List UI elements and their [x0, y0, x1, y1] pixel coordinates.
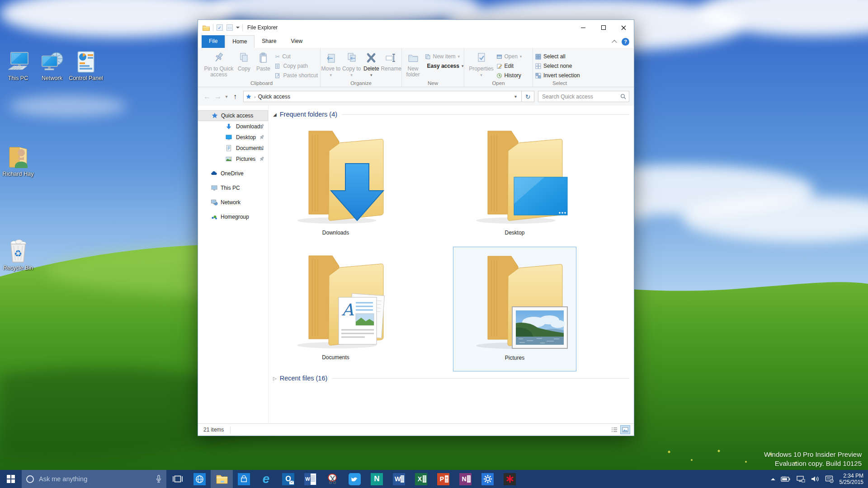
- minimize-ribbon-icon[interactable]: [612, 40, 617, 45]
- sidebar-item-network[interactable]: Network: [198, 197, 268, 208]
- desktop-icon-richard-hay[interactable]: Richard Hay: [0, 145, 37, 177]
- ribbon-group-new: New folder New item▾: [402, 48, 464, 87]
- qat-customize-icon[interactable]: [236, 27, 240, 28]
- address-dropdown-icon[interactable]: ▾: [512, 94, 519, 99]
- recent-files-header[interactable]: ▷ Recent files (16): [273, 373, 629, 383]
- action-center-icon[interactable]: [825, 475, 834, 483]
- qat-properties-button[interactable]: ✓: [216, 24, 223, 31]
- desktop-icon-this-pc[interactable]: This PC: [0, 50, 37, 81]
- desktop-icon-recycle-bin[interactable]: ♻ Recycle Bin: [0, 239, 37, 271]
- back-button[interactable]: ←: [202, 93, 212, 101]
- maximize-button[interactable]: [593, 20, 613, 35]
- network-icon[interactable]: [796, 475, 805, 483]
- taskbar-powerpoint-button[interactable]: P: [432, 470, 454, 488]
- taskbar-feedback-button[interactable]: [499, 470, 521, 488]
- app-folder-icon: [202, 24, 210, 31]
- breadcrumb[interactable]: › Quick access ▾: [243, 91, 522, 102]
- sidebar-item-documents[interactable]: Documents: [198, 143, 268, 154]
- details-view-button[interactable]: [609, 425, 619, 434]
- desktop-icon-label: Control Panel: [67, 75, 105, 81]
- downloads-icon: [225, 123, 232, 130]
- select-none-button[interactable]: Select none: [535, 62, 584, 70]
- pin-icon[interactable]: [259, 124, 264, 129]
- taskbar-settings-button[interactable]: [476, 470, 499, 488]
- forward-button[interactable]: →: [212, 93, 223, 101]
- invert-selection-button[interactable]: Invert selection: [535, 71, 584, 80]
- open-button[interactable]: Open▾: [496, 52, 530, 61]
- paste-shortcut-button[interactable]: Paste shortcut: [275, 71, 320, 80]
- close-button[interactable]: [613, 20, 634, 35]
- frequent-folders-header[interactable]: ◢ Frequent folders (4): [273, 109, 629, 119]
- battery-icon[interactable]: [781, 476, 791, 482]
- desktop-icon-control-panel[interactable]: Control Panel: [67, 50, 105, 81]
- title-bar[interactable]: ✓ ▭ File Explorer: [198, 20, 634, 35]
- folder-tile-pictures[interactable]: Pictures: [453, 247, 576, 371]
- easy-access-button[interactable]: Easy access▾: [425, 62, 464, 70]
- group-label: Clipboard: [203, 80, 320, 86]
- taskbar-snipping-tool-button[interactable]: [321, 470, 344, 488]
- taskbar-store-button[interactable]: [233, 470, 255, 488]
- pin-icon[interactable]: [259, 156, 264, 162]
- volume-icon[interactable]: [811, 475, 820, 483]
- new-item-button[interactable]: New item▾: [425, 52, 464, 61]
- recent-locations-icon[interactable]: ▾: [223, 94, 230, 99]
- microphone-icon[interactable]: [156, 475, 162, 483]
- taskbar-outlook-button[interactable]: O: [277, 470, 299, 488]
- hidden-icons-arrow[interactable]: [771, 478, 775, 480]
- quick-access-star-icon: [245, 94, 252, 100]
- desktop-icon-network[interactable]: Network: [33, 50, 71, 81]
- homegroup-icon: [211, 213, 218, 221]
- taskbar-word-button[interactable]: W: [388, 470, 410, 488]
- sidebar-item-pictures[interactable]: Pictures: [198, 154, 268, 164]
- task-view-button[interactable]: [166, 470, 189, 488]
- taskbar-edge-button[interactable]: [189, 470, 211, 488]
- sidebar-item-this-pc[interactable]: This PC: [198, 183, 268, 193]
- taskbar-file-explorer-button[interactable]: [211, 470, 233, 488]
- taskbar-word-document-button[interactable]: W: [299, 470, 321, 488]
- search-input[interactable]: [541, 93, 620, 100]
- folder-tile-downloads[interactable]: Downloads: [274, 122, 397, 247]
- up-button[interactable]: ↑: [230, 93, 241, 101]
- sidebar-item-desktop[interactable]: Desktop: [198, 132, 268, 143]
- pin-icon: [212, 51, 225, 65]
- taskbar-excel-button[interactable]: X: [410, 470, 432, 488]
- cut-button[interactable]: ✂ Cut: [275, 52, 320, 61]
- start-button[interactable]: [0, 470, 22, 488]
- system-tray: 2:34 PM 5/25/2015: [771, 470, 868, 488]
- twitter-icon: [349, 473, 361, 485]
- taskbar-onenote-teal-button[interactable]: N: [366, 470, 388, 488]
- main-area: Quick access Downloads: [198, 106, 634, 423]
- tab-home[interactable]: Home: [225, 35, 255, 48]
- folder-tile-desktop[interactable]: Desktop: [453, 122, 576, 247]
- cortana-search-input[interactable]: [38, 475, 151, 483]
- edit-button[interactable]: Edit: [496, 62, 530, 70]
- folder-tile-documents[interactable]: A Documents: [274, 247, 397, 371]
- quick-access-star-icon: [211, 112, 218, 119]
- tab-view[interactable]: View: [283, 35, 310, 48]
- select-all-button[interactable]: Select all: [535, 52, 584, 61]
- refresh-button[interactable]: ↻: [522, 91, 534, 102]
- help-icon[interactable]: ?: [622, 38, 629, 46]
- large-icons-view-button[interactable]: [620, 425, 630, 434]
- qat-new-folder-button[interactable]: ▭: [226, 24, 233, 31]
- clock[interactable]: 2:34 PM 5/25/2015: [840, 473, 863, 485]
- minimize-button[interactable]: [573, 20, 593, 35]
- breadcrumb-location[interactable]: Quick access: [258, 94, 290, 100]
- sidebar-item-onedrive[interactable]: OneDrive: [198, 168, 268, 179]
- pin-icon[interactable]: [259, 145, 264, 151]
- sidebar-item-downloads[interactable]: Downloads: [198, 121, 268, 132]
- taskbar-internet-explorer-button[interactable]: e: [255, 470, 277, 488]
- history-button[interactable]: History: [496, 71, 530, 80]
- cortana-search-box[interactable]: [22, 470, 166, 488]
- pin-icon[interactable]: [259, 135, 264, 140]
- tab-file[interactable]: File: [202, 35, 225, 48]
- tab-share[interactable]: Share: [255, 35, 283, 48]
- search-box[interactable]: [538, 91, 629, 102]
- copy-path-button[interactable]: Copy path: [275, 62, 320, 70]
- edit-icon: [496, 63, 502, 69]
- taskbar-twitter-button[interactable]: [344, 470, 366, 488]
- sidebar-item-homegroup[interactable]: Homegroup: [198, 211, 268, 222]
- sidebar-item-quick-access[interactable]: Quick access: [198, 110, 268, 121]
- taskbar-onenote-button[interactable]: N: [454, 470, 476, 488]
- group-label: New: [402, 80, 464, 86]
